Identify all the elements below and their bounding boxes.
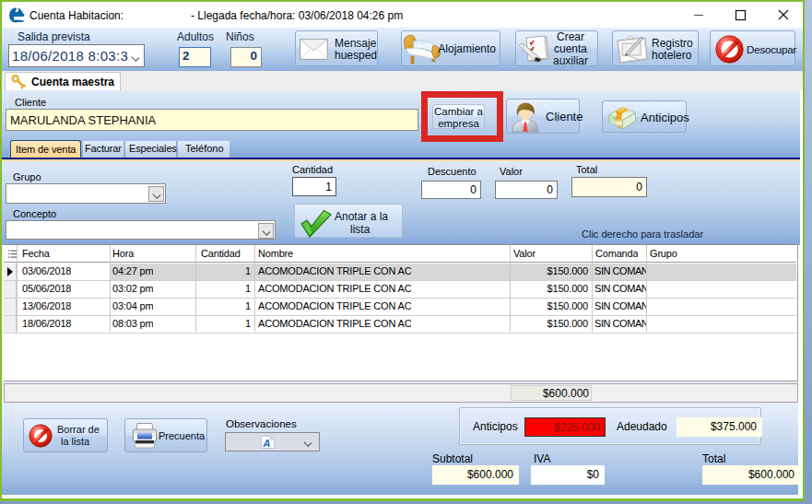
svg-text:A: A — [263, 438, 271, 449]
